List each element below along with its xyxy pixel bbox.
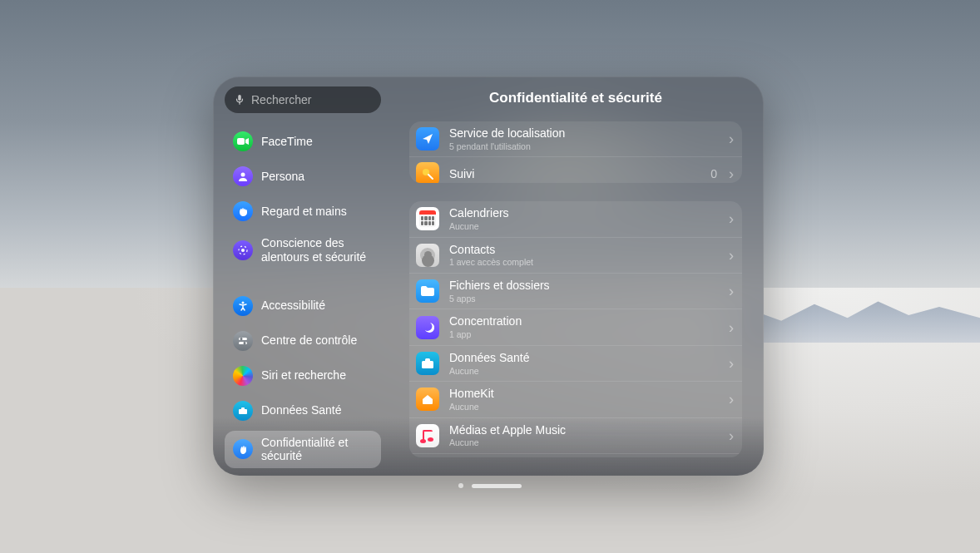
folder-icon: [416, 279, 439, 303]
sidebar-item-privacy[interactable]: Confidentialité et sécurité: [225, 431, 381, 469]
row-sublabel: 1 avec accès complet: [449, 257, 719, 268]
row-sublabel: Aucune: [449, 402, 719, 412]
calendar-icon: [416, 207, 439, 230]
group-data-access: Calendriers Aucune › Contacts 1 avec acc…: [409, 201, 742, 457]
row-sublabel: Aucune: [449, 437, 719, 448]
row-contacts[interactable]: Contacts 1 avec accès complet ›: [409, 237, 742, 273]
siri-icon: [233, 366, 253, 386]
row-sublabel: 5 pendant l'utilisation: [449, 141, 719, 152]
sidebar-item-label: Regard et mains: [261, 205, 373, 219]
sidebar-item-label: Centre de contrôle: [261, 333, 373, 348]
row-media-music[interactable]: Médias et Apple Music Aucune ›: [409, 417, 742, 453]
health-data-icon: [416, 352, 439, 375]
sidebar-item-health[interactable]: Données Santé: [225, 396, 381, 426]
svg-point-4: [241, 249, 245, 252]
chevron-right-icon: ›: [729, 392, 734, 407]
sidebar-item-siri[interactable]: Siri et recherche: [225, 361, 381, 391]
accessibility-icon: [233, 296, 253, 316]
privacy-icon: [233, 439, 253, 459]
row-value: 0: [710, 167, 717, 180]
row-label: HomeKit: [449, 387, 719, 401]
sidebar-item-persona[interactable]: Persona: [225, 161, 381, 191]
row-calendars[interactable]: Calendriers Aucune ›: [409, 201, 742, 236]
row-label: Contacts: [449, 243, 719, 257]
chevron-right-icon: ›: [729, 166, 734, 181]
hand-eye-icon: [233, 201, 253, 221]
sidebar-item-accessibility[interactable]: Accessibilité: [225, 291, 381, 321]
sidebar-item-facetime[interactable]: FaceTime: [225, 126, 381, 156]
sidebar-item-conscience[interactable]: Conscience des alentours et sécurité: [225, 231, 381, 269]
chevron-right-icon: ›: [729, 248, 734, 263]
sidebar-item-label: Siri et recherche: [261, 368, 373, 383]
chevron-right-icon: ›: [729, 284, 734, 299]
chevron-right-icon: ›: [729, 428, 734, 443]
home-indicator: [458, 483, 522, 488]
sidebar: Rechercher FaceTime Persona Regard et ma…: [213, 77, 388, 476]
search-placeholder: Rechercher: [251, 93, 311, 106]
sidebar-item-label: FaceTime: [261, 135, 373, 149]
control-center-icon: [233, 331, 253, 351]
svg-rect-14: [422, 361, 433, 368]
awareness-icon: [233, 240, 253, 260]
search-field[interactable]: Rechercher: [225, 86, 381, 113]
main-panel: Confidentialité et sécurité Service de l…: [388, 77, 764, 476]
row-label: Médias et Apple Music: [449, 423, 719, 437]
location-icon: [416, 127, 439, 151]
row-tracking[interactable]: Suivi 0 ›: [409, 156, 742, 183]
health-icon: [233, 401, 253, 421]
sidebar-item-label: Persona: [261, 170, 373, 184]
svg-point-3: [241, 173, 245, 177]
row-files[interactable]: Fichiers et dossiers 5 apps ›: [409, 273, 742, 309]
focus-icon: [416, 316, 439, 339]
row-label: Service de localisation: [449, 126, 719, 141]
row-focus[interactable]: Concentration 1 app ›: [409, 309, 742, 344]
indicator-dot: [458, 483, 463, 488]
sidebar-item-regard[interactable]: Regard et mains: [225, 196, 381, 226]
svg-rect-15: [425, 358, 430, 362]
svg-rect-0: [238, 95, 241, 101]
chevron-right-icon: ›: [729, 320, 734, 335]
row-sublabel: Aucune: [449, 366, 719, 377]
row-label: Concentration: [449, 314, 719, 328]
row-label: Calendriers: [449, 206, 719, 220]
row-label: Données Santé: [449, 351, 719, 365]
indicator-bar[interactable]: [472, 484, 522, 488]
svg-point-6: [242, 301, 245, 304]
contacts-icon: [416, 244, 439, 267]
persona-icon: [233, 166, 253, 186]
music-icon: [416, 424, 439, 447]
row-sublabel: 1 app: [449, 329, 719, 340]
row-sublabel: 5 apps: [449, 294, 719, 304]
facetime-icon: [233, 131, 253, 151]
svg-point-10: [244, 342, 246, 344]
sidebar-item-label: Accessibilité: [261, 299, 373, 313]
svg-rect-12: [241, 407, 245, 410]
sidebar-item-label: Données Santé: [261, 403, 373, 417]
row-label: Fichiers et dossiers: [449, 279, 719, 293]
row-location-services[interactable]: Service de localisation 5 pendant l'util…: [409, 121, 742, 156]
tracking-icon: [416, 162, 439, 183]
sidebar-item-label: Confidentialité et sécurité: [261, 436, 373, 464]
svg-rect-2: [237, 138, 245, 145]
chevron-right-icon: ›: [729, 131, 734, 146]
sidebar-item-control-center[interactable]: Centre de contrôle: [225, 326, 381, 356]
row-health[interactable]: Données Santé Aucune ›: [409, 345, 742, 381]
row-photos[interactable]: Photos Aucune ›: [409, 453, 742, 457]
row-sublabel: Aucune: [449, 221, 719, 232]
settings-window: Rechercher FaceTime Persona Regard et ma…: [213, 77, 764, 476]
row-label: Suivi: [449, 167, 700, 181]
page-title: Confidentialité et sécurité: [409, 90, 742, 106]
group-location-tracking: Service de localisation 5 pendant l'util…: [409, 121, 742, 183]
chevron-right-icon: ›: [729, 356, 734, 371]
svg-point-9: [240, 338, 243, 340]
homekit-icon: [416, 388, 439, 411]
sidebar-item-label: Conscience des alentours et sécurité: [261, 236, 373, 264]
chevron-right-icon: ›: [729, 211, 734, 226]
row-homekit[interactable]: HomeKit Aucune ›: [409, 381, 742, 417]
microphone-icon: [235, 94, 245, 106]
